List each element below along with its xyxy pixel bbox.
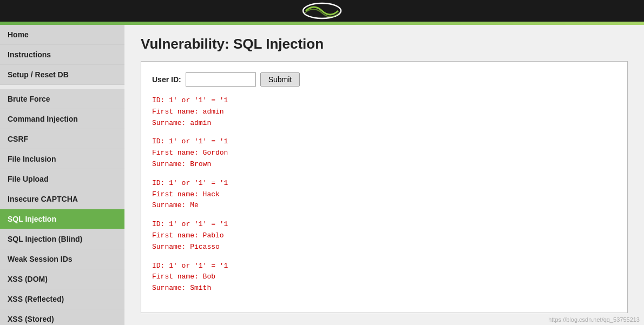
result-firstname-4: First name: Bob (152, 271, 616, 283)
result-firstname-3: First name: Pablo (152, 230, 616, 242)
result-id-0: ID: 1' or '1' = '1 (152, 95, 616, 107)
sidebar-item-xss-reflected[interactable]: XSS (Reflected) (0, 289, 124, 309)
result-id-1: ID: 1' or '1' = '1 (152, 136, 616, 148)
result-id-2: ID: 1' or '1' = '1 (152, 178, 616, 189)
sidebar-item-home[interactable]: Home (0, 25, 124, 45)
top-header (0, 0, 644, 22)
result-surname-2: Surname: Me (152, 200, 616, 211)
result-id-3: ID: 1' or '1' = '1 (152, 219, 616, 230)
result-block-1: ID: 1' or '1' = '1First name: GordonSurn… (152, 136, 616, 170)
sidebar-item-command-injection[interactable]: Command Injection (0, 109, 124, 129)
sidebar-item-weak-session-ids[interactable]: Weak Session IDs (0, 249, 124, 269)
content-box: User ID: Submit ID: 1' or '1' = '1First … (141, 61, 628, 313)
sidebar-item-setup-reset-db[interactable]: Setup / Reset DB (0, 65, 124, 85)
sidebar-item-insecure-captcha[interactable]: Insecure CAPTCHA (0, 189, 124, 209)
result-block-3: ID: 1' or '1' = '1First name: PabloSurna… (152, 219, 616, 253)
sidebar-item-sql-injection-blind[interactable]: SQL Injection (Blind) (0, 229, 124, 249)
sidebar-menu-group: Brute ForceCommand InjectionCSRFFile Inc… (0, 89, 124, 325)
results-container: ID: 1' or '1' = '1First name: adminSurna… (152, 95, 616, 294)
sidebar-item-file-inclusion[interactable]: File Inclusion (0, 149, 124, 169)
result-firstname-1: First name: Gordon (152, 148, 616, 159)
result-block-0: ID: 1' or '1' = '1First name: adminSurna… (152, 95, 616, 129)
submit-button[interactable]: Submit (260, 72, 300, 87)
sidebar-spacer (0, 85, 124, 89)
layout: HomeInstructionsSetup / Reset DB Brute F… (0, 25, 644, 325)
result-surname-0: Surname: admin (152, 118, 616, 129)
result-firstname-2: First name: Hack (152, 189, 616, 201)
result-firstname-0: First name: admin (152, 107, 616, 118)
sidebar-item-xss-stored[interactable]: XSS (Stored) (0, 309, 124, 325)
sidebar-item-sql-injection[interactable]: SQL Injection (0, 209, 124, 229)
sidebar-top-group: HomeInstructionsSetup / Reset DB (0, 25, 124, 85)
watermark: https://blog.csdn.net/qq_53755213 (548, 316, 640, 323)
result-surname-1: Surname: Brown (152, 159, 616, 170)
sidebar: HomeInstructionsSetup / Reset DB Brute F… (0, 25, 124, 325)
sidebar-item-brute-force[interactable]: Brute Force (0, 89, 124, 109)
sidebar-item-file-upload[interactable]: File Upload (0, 169, 124, 189)
sidebar-item-xss-dom[interactable]: XSS (DOM) (0, 269, 124, 289)
userid-label: User ID: (152, 75, 181, 84)
result-id-4: ID: 1' or '1' = '1 (152, 261, 616, 272)
userid-input[interactable] (186, 72, 256, 87)
form-row: User ID: Submit (152, 72, 616, 87)
sidebar-item-instructions[interactable]: Instructions (0, 45, 124, 65)
logo-icon (300, 1, 344, 21)
result-block-2: ID: 1' or '1' = '1First name: HackSurnam… (152, 178, 616, 211)
sidebar-item-csrf[interactable]: CSRF (0, 129, 124, 149)
page-title: Vulnerability: SQL Injection (141, 36, 628, 52)
result-surname-4: Surname: Smith (152, 283, 616, 294)
result-block-4: ID: 1' or '1' = '1First name: BobSurname… (152, 261, 616, 294)
main-content: Vulnerability: SQL Injection User ID: Su… (124, 25, 644, 325)
result-surname-3: Surname: Picasso (152, 242, 616, 253)
logo-area (300, 1, 344, 21)
